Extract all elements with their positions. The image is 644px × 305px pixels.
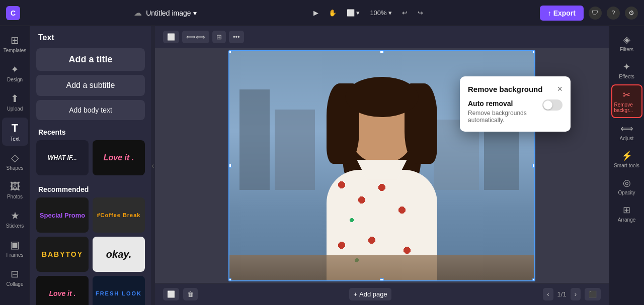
sidebar-label-collage: Collage (7, 281, 24, 287)
design-icon: ✦ (11, 63, 19, 75)
shield-icon[interactable]: 🛡 (589, 7, 602, 20)
right-tool-filters[interactable]: ◈ Filters (611, 30, 642, 56)
smart-tools-icon: ⚡ (621, 150, 632, 161)
handle-mid-left[interactable] (228, 164, 231, 168)
sidebar-item-shapes[interactable]: ◇ Shapes (2, 148, 28, 175)
handle-bot-left[interactable] (228, 278, 231, 281)
smart-tools-label: Smart tools (614, 163, 639, 168)
sidebar-item-upload[interactable]: ⬆ Upload (2, 88, 28, 116)
add-page-btn[interactable]: + Add page (349, 288, 391, 300)
sidebar-item-design[interactable]: ✦ Design (2, 59, 28, 86)
hand-tool-btn[interactable]: ✋ (326, 7, 340, 19)
present-btn[interactable]: ⬛ (585, 288, 601, 300)
frames-icon: ▣ (10, 239, 20, 251)
add-page-icon: + (353, 290, 357, 298)
left-sidebar: ⊞ Templates ✦ Design ⬆ Upload T Text ◇ S… (0, 26, 30, 305)
export-button[interactable]: ↑ Export (540, 6, 584, 21)
add-title-btn[interactable]: Add a title (36, 48, 145, 71)
handle-mid-right[interactable] (532, 164, 535, 168)
what-if-text: WHAT IF... (48, 154, 77, 161)
railing (229, 255, 534, 280)
main-layout: ⊞ Templates ✦ Design ⬆ Upload T Text ◇ S… (0, 26, 644, 305)
right-tool-arrange[interactable]: ⊞ Arrange (611, 200, 642, 227)
popup-close-btn[interactable]: × (557, 84, 562, 93)
recent-card-what-if[interactable]: WHAT IF... (36, 140, 89, 175)
add-page-label: Add page (359, 290, 387, 298)
crop-btn[interactable]: ⬜ (163, 31, 179, 43)
undo-btn[interactable]: ↩ (399, 7, 411, 19)
frame-tool-btn[interactable]: ⬜ ▾ (344, 7, 363, 19)
filters-label: Filters (620, 47, 633, 52)
right-tool-effects[interactable]: ✦ Effects (611, 57, 642, 83)
adjust-label: Adjust (620, 136, 634, 141)
bottom-left: ⬜ 🗑 (163, 288, 198, 300)
flip-btn[interactable]: ⟺⟺ (182, 31, 209, 43)
more-options-btn[interactable]: ••• (229, 31, 244, 43)
remove-bg-icon: ✂ (623, 89, 630, 100)
recommended-card-special-promo[interactable]: Special Promo (36, 197, 89, 233)
sidebar-item-templates[interactable]: ⊞ Templates (2, 30, 28, 57)
page-nav: 1/1 (557, 290, 567, 298)
right-tool-opacity[interactable]: ◎ Opacity (611, 173, 642, 199)
sidebar-item-photos[interactable]: 🖼 Photos (2, 177, 28, 204)
okay-text: okay. (106, 249, 131, 260)
canvas-area: ⬜ ⟺⟺ ⊞ ••• Page 1 (155, 26, 609, 305)
settings-icon[interactable]: ⚙ (625, 7, 638, 20)
position-btn[interactable]: ⊞ (212, 31, 226, 43)
topbar-left: C (6, 6, 20, 20)
filters-icon: ◈ (623, 34, 630, 45)
add-body-btn[interactable]: Add body text (36, 100, 145, 120)
panel-resize-handle[interactable]: ‹ (151, 26, 155, 305)
right-tool-remove-bg[interactable]: ✂ Remove backgr... (611, 84, 642, 118)
auto-removal-text: Auto removal Remove backgrounds automati… (468, 99, 538, 124)
templates-icon: ⊞ (11, 34, 19, 46)
copy-page-btn[interactable]: ⬜ (163, 288, 179, 300)
sidebar-label-design: Design (7, 77, 23, 82)
next-page-btn[interactable]: › (571, 288, 581, 300)
auto-removal-toggle[interactable] (542, 99, 562, 111)
recommended-card-babytoy[interactable]: BABYTOY (36, 237, 89, 272)
sidebar-label-photos: Photos (7, 194, 23, 199)
recommended-card-okay[interactable]: okay. (93, 237, 145, 272)
sidebar-item-collage[interactable]: ⊟ Collage (2, 264, 28, 291)
sidebar-label-stickers: Stickers (6, 223, 24, 229)
recent-card-love-it[interactable]: Love it . (93, 140, 145, 175)
sidebar-item-text[interactable]: T Text (2, 118, 28, 146)
recommended-card-freshlook[interactable]: FRESH LOOK (93, 276, 145, 305)
help-icon[interactable]: ? (607, 7, 620, 20)
cloud-save-icon: ☁ (134, 8, 142, 18)
portrait-figure (296, 64, 467, 280)
recents-grid: WHAT IF... Love it . (30, 140, 151, 179)
add-subtitle-btn[interactable]: Add a subtitle (36, 75, 145, 96)
redo-btn[interactable]: ↪ (415, 7, 426, 19)
handle-top-mid[interactable] (380, 50, 384, 53)
handle-bot-right[interactable] (532, 278, 535, 281)
sidebar-label-shapes: Shapes (7, 165, 24, 171)
panel-title: Text (30, 26, 151, 46)
doc-title-text: Untitled image (146, 9, 191, 17)
bottom-right: ‹ 1/1 › ⬛ (543, 288, 601, 300)
hair-top (346, 77, 419, 117)
canva-logo[interactable]: C (6, 6, 20, 20)
sidebar-item-stickers[interactable]: ★ Stickers (2, 206, 28, 233)
doc-title[interactable]: Untitled image ▾ (146, 9, 197, 17)
prev-page-btn[interactable]: ‹ (543, 288, 553, 300)
topbar-right: ↑ Export 🛡 ? ⚙ (540, 6, 638, 21)
arrange-icon: ⊞ (623, 205, 630, 216)
select-tool-btn[interactable]: ▶ (310, 7, 321, 19)
love-it-text: Love it . (104, 153, 134, 162)
recommended-card-loveit2[interactable]: Love it . (36, 276, 89, 305)
topbar: C ☁ Untitled image ▾ ▶ ✋ ⬜ ▾ 100% ▾ ↩ ↪ … (0, 0, 644, 26)
canvas-content: Page 1 (155, 48, 609, 283)
sidebar-item-frames[interactable]: ▣ Frames (2, 235, 28, 262)
handle-top-right[interactable] (532, 50, 535, 53)
recommended-card-coffee-break[interactable]: #Coffee Break (93, 197, 145, 233)
right-tool-smart-tools[interactable]: ⚡ Smart tools (611, 146, 642, 172)
handle-bot-mid[interactable] (380, 278, 384, 281)
delete-page-btn[interactable]: 🗑 (183, 288, 198, 300)
recommended-grid: Special Promo #Coffee Break BABYTOY okay… (30, 197, 151, 305)
zoom-btn[interactable]: 100% ▾ (367, 7, 394, 19)
handle-top-left[interactable] (228, 50, 231, 53)
coffee-break-text: #Coffee Break (97, 212, 141, 218)
right-tool-adjust[interactable]: ⟺ Adjust (611, 119, 642, 145)
